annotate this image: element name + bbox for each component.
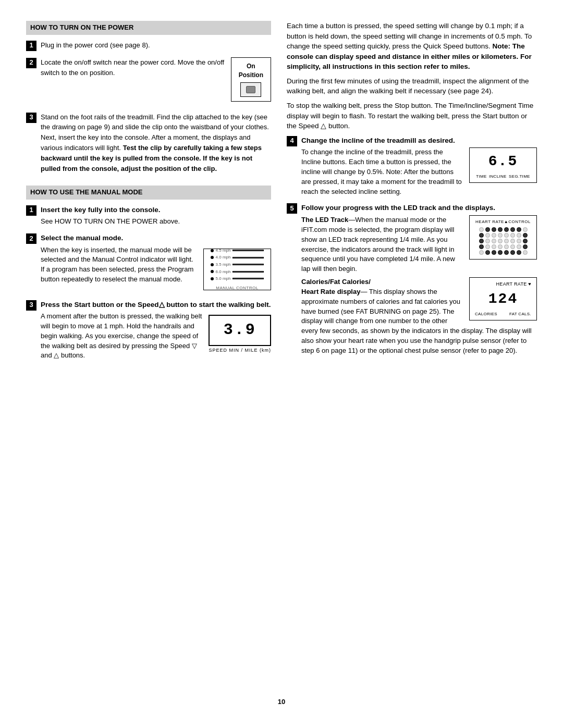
led-dot: [523, 227, 528, 232]
led-dot: [523, 233, 528, 238]
step3-text-end: buttons.: [61, 351, 85, 359]
led-dot: [485, 227, 490, 232]
calories-title: Calories/Fat Calories/: [301, 278, 371, 286]
led-row-5: [473, 250, 533, 255]
hr-display-wrap: HEART RATE ♥ 124 CALORIES FAT CALS.: [469, 277, 537, 320]
led-title: The LED Track: [301, 216, 348, 224]
hr-header: HEART RATE ♥: [475, 281, 531, 288]
led-dot: [479, 244, 484, 249]
manual-step1-text: See HOW TO TURN ON THE POWER above.: [41, 217, 271, 227]
mc-dot: [211, 256, 214, 259]
led-dot: [485, 244, 490, 249]
led-text: When the manual mode or the iFIT.com mod…: [301, 216, 455, 273]
calories-section: HEART RATE ♥ 124 CALORIES FAT CALS. Calo…: [301, 277, 537, 356]
manual-step1-title: Insert the key fully into the console.: [41, 205, 271, 215]
step-num-2: 2: [26, 58, 36, 68]
step3-symbol-up: △: [54, 351, 59, 359]
manual-step3-title-symbol: △: [159, 301, 165, 309]
led-dot: [504, 239, 509, 243]
manual-step3: 3 Press the Start button or the Speed△ b…: [26, 300, 271, 361]
led-dot: [523, 244, 528, 249]
mc-dot: [211, 249, 214, 252]
step3-text-normal1: A moment after the button is pressed, th…: [41, 312, 202, 350]
mc-lines: 4.5 mph 4.0 mph 3.5 mph 6.0 mph 5.0 mph: [211, 248, 264, 282]
step-num-1: 1: [26, 41, 36, 51]
power-step2: 2 OnPosition Locate the on/off switch ne…: [26, 57, 271, 106]
section-power: HOW TO TURN ON THE POWER 1 Plug in the p…: [26, 21, 271, 174]
mc-line-4: 6.0 mph: [211, 269, 264, 275]
mc-bar: [232, 257, 264, 258]
led-dot: [504, 233, 509, 238]
page: HOW TO TURN ON THE POWER 1 Plug in the p…: [0, 0, 563, 728]
led-dot: [504, 250, 509, 255]
led-row-4: [473, 244, 533, 249]
mc-bar: [232, 278, 264, 279]
led-dot: [510, 227, 515, 232]
led-dash: —: [348, 216, 355, 224]
hr-label-calories: CALORIES: [475, 311, 497, 317]
on-position-switch: [240, 82, 261, 97]
led-dot: [498, 239, 503, 243]
on-position-figure: OnPosition: [231, 57, 271, 102]
speed-display-labels: SPEED MIN / MILE (km): [209, 347, 271, 354]
manual-step1: 1 Insert the key fully into the console.…: [26, 205, 271, 227]
led-dot: [492, 233, 496, 238]
mc-line-5: 5.0 mph: [211, 276, 264, 282]
led-dot: [517, 233, 521, 238]
led-dot: [485, 233, 490, 238]
mc-label: MANUAL CONTROL: [216, 285, 258, 291]
hr-labels: CALORIES FAT CALS.: [475, 311, 531, 317]
led-dot: [492, 250, 496, 255]
led-dot: [479, 227, 484, 232]
manual-step3-title-normal: Press the Start button or the Speed: [41, 301, 159, 309]
led-dot: [504, 244, 509, 249]
manual-step-num-2: 2: [26, 233, 36, 244]
incline-display-box: 6.5 TIME INCLINE SEG.TIME: [469, 147, 537, 183]
mc-bar: [232, 250, 264, 251]
hr-display-box: HEART RATE ♥ 124 CALORIES FAT CALS.: [469, 277, 537, 320]
power-step1-text: Plug in the power cord (see page 8).: [41, 41, 150, 49]
hr-label-fatcals: FAT CALS.: [509, 311, 531, 317]
led-dot: [492, 227, 496, 232]
mc-bar: [232, 271, 264, 273]
led-dot: [479, 239, 484, 243]
led-dot: [510, 244, 515, 249]
right-para3: To stop the walking belt, press the Stop…: [287, 101, 537, 131]
calories-subtitle: Heart Rate display: [301, 288, 360, 295]
on-position-label: OnPosition: [239, 62, 263, 80]
step-num-3: 3: [26, 113, 36, 123]
led-dot: [498, 233, 503, 238]
speed-display-value: 3.9: [209, 315, 271, 346]
incline-value: 6.5: [475, 151, 531, 172]
manual-step2-content: Select the manual mode. 4.5 mph 4.0 mph …: [41, 233, 271, 293]
led-dot: [510, 233, 515, 238]
mc-line-1: 4.5 mph: [211, 248, 264, 254]
manual-step2-title: Select the manual mode.: [41, 233, 271, 243]
manual-step-num-3: 3: [26, 300, 36, 311]
led-dot: [498, 250, 503, 255]
manual-step3-title-end: button to start the walking belt.: [165, 301, 271, 309]
mc-dot: [211, 277, 214, 280]
section-power-header: HOW TO TURN ON THE POWER: [26, 21, 271, 35]
power-step1: 1 Plug in the power cord (see page 8).: [26, 40, 271, 51]
manual-step3-content: Press the Start button or the Speed△ but…: [41, 300, 271, 361]
section-manual: HOW TO USE THE MANUAL MODE 1 Insert the …: [26, 186, 271, 361]
led-dot: [517, 250, 521, 255]
led-row-2: [473, 233, 533, 238]
led-dot: [517, 244, 521, 249]
right-step4-content: Change the incline of the treadmill as d…: [301, 135, 537, 197]
led-dot: [517, 239, 521, 243]
led-dot: [517, 227, 521, 232]
right-step5: 5 Follow your progress with the LED trac…: [287, 203, 537, 355]
manual-step-num-1: 1: [26, 205, 36, 216]
mc-line-3: 3.5 mph: [211, 262, 264, 268]
manual-step3-title: Press the Start button or the Speed△ but…: [41, 300, 271, 310]
led-dot: [485, 250, 490, 255]
right-step-num-5: 5: [287, 203, 297, 214]
right-para1: Each time a button is pressed, the speed…: [287, 21, 537, 72]
manual-step1-content: Insert the key fully into the console. S…: [41, 205, 271, 227]
led-dot: [504, 227, 509, 232]
mc-line-2: 4.0 mph: [211, 254, 264, 261]
mc-dot: [211, 270, 214, 273]
led-track-box: HEART RATE▲CONTROL: [469, 215, 537, 260]
